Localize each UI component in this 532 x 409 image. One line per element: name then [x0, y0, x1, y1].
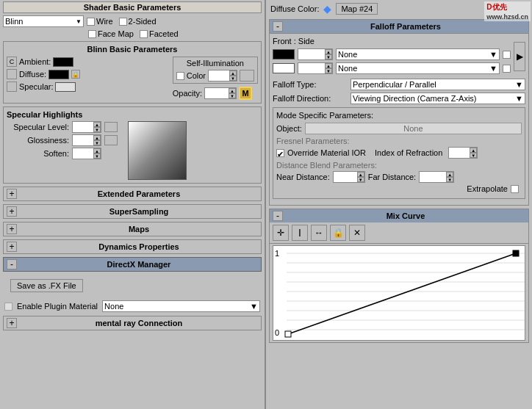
soften-down[interactable]: ▼ [93, 153, 101, 159]
spec-preview [128, 121, 187, 180]
color-preview[interactable] [240, 70, 254, 82]
glossiness-up[interactable]: ▲ [93, 135, 101, 140]
far-up[interactable]: ▲ [446, 172, 453, 177]
glossiness-down[interactable]: ▼ [93, 140, 101, 145]
near-down[interactable]: ▼ [357, 177, 364, 182]
supersampling-plus[interactable]: + [7, 206, 17, 217]
extrapolate-checkbox[interactable] [511, 185, 519, 193]
diffuse-swatch[interactable] [48, 70, 69, 79]
ior-spinner[interactable]: 1.6 ▲ ▼ [448, 147, 478, 159]
maps-panel[interactable]: + Maps [3, 222, 262, 236]
soften-spinner[interactable]: 0.1 ▲ ▼ [72, 148, 101, 159]
extended-params-panel[interactable]: + Extended Parameters [3, 187, 262, 201]
side-down[interactable]: ▼ [325, 68, 332, 73]
color-checkbox[interactable] [176, 72, 184, 80]
front-input[interactable]: 100.0 [298, 50, 325, 59]
face-map-checkbox[interactable] [88, 30, 96, 38]
ambient-swatch[interactable] [53, 57, 73, 67]
front-swatch[interactable] [273, 49, 295, 59]
none-dropdown-2[interactable]: None ▼ [336, 62, 500, 74]
soften-input[interactable]: 0.1 [73, 149, 93, 158]
soften-up[interactable]: ▲ [93, 148, 101, 153]
lock-tool-btn[interactable]: 🔒 [330, 225, 346, 241]
directx-minus[interactable]: - [7, 259, 17, 269]
none-dropdown-1[interactable]: None ▼ [336, 48, 500, 60]
extended-params-plus[interactable]: + [7, 189, 17, 199]
side-spinner[interactable]: 100.0 ▲ ▼ [298, 62, 333, 74]
point-tool-btn[interactable]: I [292, 225, 308, 241]
falloff-direction-dropdown[interactable]: Viewing Direction (Camera Z-Axis) ▼ [351, 93, 525, 104]
shader-type-dropdown[interactable]: Blinn ▼ [3, 15, 84, 27]
spec-level-down[interactable]: ▼ [93, 127, 101, 132]
side-check[interactable] [503, 65, 511, 73]
maps-plus[interactable]: + [7, 224, 17, 234]
plugin-dropdown[interactable]: None ▼ [102, 300, 260, 312]
dynamics-plus[interactable]: + [7, 242, 17, 252]
glossiness-input[interactable]: 10 [73, 136, 93, 145]
override-ior-checkbox[interactable]: ✔ [276, 149, 284, 157]
plugin-row: Enable Plugin Material None ▼ [4, 300, 260, 312]
nav-arrow[interactable]: ▶ [514, 42, 525, 71]
mix-curve-section: - Mix Curve ✛ I ↔ 🔒 ✕ 1 0 [269, 209, 529, 343]
tangent-tool-btn[interactable]: ↔ [311, 225, 327, 241]
spec-level-up[interactable]: ▲ [93, 122, 101, 127]
dropdown-arrow-icon: ▼ [76, 18, 82, 25]
front-spinner[interactable]: 100.0 ▲ ▼ [298, 48, 333, 60]
falloff-minus[interactable]: - [273, 21, 283, 32]
plugin-checkbox[interactable] [4, 303, 12, 311]
front-row: 100.0 ▲ ▼ None ▼ [273, 48, 511, 60]
color-spinner[interactable]: 0 ▲ ▼ [208, 70, 237, 82]
far-spinner[interactable]: 100.0 ▲ ▼ [419, 171, 454, 183]
glossiness-spinner[interactable]: 10 ▲ ▼ [72, 134, 101, 146]
map-button[interactable]: Map #24 [336, 3, 378, 15]
side-swatch[interactable] [273, 63, 295, 73]
wire-checkbox[interactable] [87, 18, 95, 26]
front-up[interactable]: ▲ [325, 49, 332, 54]
near-spinner[interactable]: 0.0 ▲ ▼ [333, 171, 365, 183]
fresnel-row: ✔ Override Material IOR Index of Refract… [276, 147, 522, 159]
spec-level-map[interactable] [104, 122, 118, 132]
object-input: None [305, 123, 522, 134]
spec-level-spinner[interactable]: 0 ▲ ▼ [72, 121, 101, 133]
opacity-input[interactable]: 100 [205, 89, 229, 98]
lock-icon[interactable]: 🔒 [71, 70, 80, 79]
ior-up[interactable]: ▲ [470, 148, 477, 153]
falloff-type-dropdown[interactable]: Perpendicular / Parallel ▼ [351, 79, 525, 90]
self-illum-container: Self-Illumination Color 0 ▲ ▼ [173, 57, 258, 100]
mix-curve-minus[interactable]: - [273, 211, 283, 221]
two-sided-checkbox[interactable] [119, 18, 127, 26]
opacity-spin-up[interactable]: ▲ [229, 88, 236, 93]
side-input[interactable]: 100.0 [298, 64, 325, 73]
delete-tool-btn[interactable]: ✕ [349, 225, 365, 241]
falloff-type-row: Falloff Type: Perpendicular / Parallel ▼ [273, 79, 525, 90]
color-spin-up[interactable]: ▲ [229, 70, 237, 76]
color-input[interactable]: 0 [209, 71, 229, 80]
mental-ray-panel[interactable]: + mental ray Connection [3, 316, 262, 330]
near-input[interactable]: 0.0 [334, 173, 357, 181]
faceted-checkbox[interactable] [140, 30, 148, 38]
ambient-c-icon[interactable]: C [7, 57, 17, 67]
ior-down[interactable]: ▼ [470, 153, 477, 158]
extrapolate-row: Extrapolate [279, 184, 519, 193]
move-tool-btn[interactable]: ✛ [273, 225, 289, 241]
blinn-content: C Ambient: Diffuse: 🔒 Specular: [7, 57, 258, 100]
mental-ray-plus[interactable]: + [7, 318, 17, 328]
dynamics-panel[interactable]: + Dynamics Properties [3, 239, 262, 254]
far-input[interactable]: 100.0 [420, 173, 446, 181]
side-up[interactable]: ▲ [325, 63, 332, 68]
spec-level-input[interactable]: 0 [73, 123, 93, 131]
opacity-spinner[interactable]: 100 ▲ ▼ [204, 87, 237, 99]
front-down[interactable]: ▼ [325, 54, 332, 59]
m-button[interactable]: M [239, 87, 252, 100]
watermark: D优先 www.hzsd.cn [484, 1, 531, 21]
color-spin-down[interactable]: ▼ [229, 76, 237, 81]
front-check[interactable] [503, 51, 511, 59]
supersampling-panel[interactable]: + SuperSampling [3, 204, 262, 219]
near-up[interactable]: ▲ [357, 172, 364, 177]
ior-input[interactable]: 1.6 [449, 148, 470, 157]
glossiness-map[interactable] [104, 135, 118, 145]
opacity-spin-down[interactable]: ▼ [229, 93, 236, 98]
save-button[interactable]: Save as .FX File [10, 279, 83, 292]
specular-swatch[interactable] [55, 82, 76, 92]
far-down[interactable]: ▼ [446, 177, 453, 182]
